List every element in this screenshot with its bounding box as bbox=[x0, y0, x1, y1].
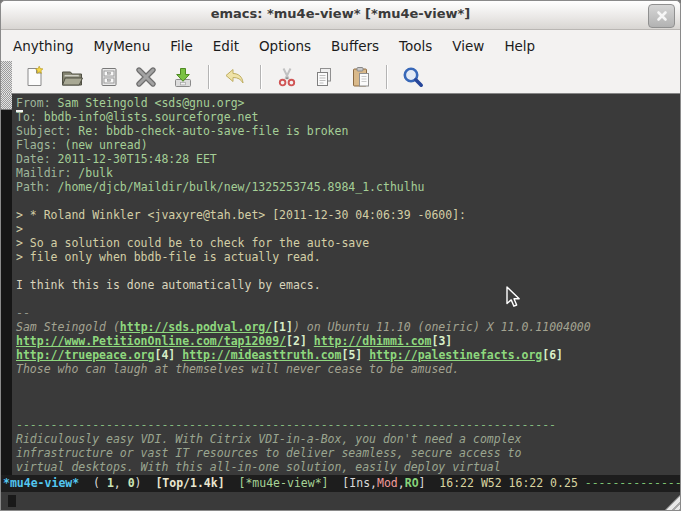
save-as-button[interactable] bbox=[171, 65, 195, 89]
close-icon bbox=[656, 10, 668, 22]
text-segment: virtual desktops. With this all-in-one s… bbox=[16, 460, 501, 474]
text-segment bbox=[307, 334, 314, 348]
text-segment: ----------------------------------------… bbox=[16, 418, 556, 432]
text-segment: , bbox=[114, 476, 128, 490]
text-segment: > bbox=[16, 222, 23, 236]
mouse-cursor bbox=[506, 286, 522, 308]
text-segment: Ridiculously easy VDI. With Citrix VDI-i… bbox=[16, 432, 521, 446]
menu-item-file[interactable]: File bbox=[160, 34, 203, 58]
text-segment: *mu4e-view* bbox=[3, 476, 79, 490]
text-segment: -- bbox=[16, 306, 30, 320]
text-segment: Those who can laugh at themselves will n… bbox=[16, 362, 459, 376]
text-segment: rom: bbox=[23, 96, 58, 110]
mode-line[interactable]: *mu4e-view* ( 1, 0) [Top/1.4k] [*mu4e-vi… bbox=[1, 475, 680, 492]
paste-button[interactable] bbox=[349, 65, 373, 89]
search-button[interactable] bbox=[401, 65, 425, 89]
resize-grip[interactable] bbox=[665, 495, 680, 510]
url-link[interactable]: http://mideasttruth.com bbox=[182, 348, 341, 362]
buffer-line bbox=[16, 292, 680, 306]
buffer-line: Maildir: /bulk bbox=[16, 166, 680, 180]
text-segment: 0 bbox=[128, 476, 135, 490]
url-link[interactable]: http://palestinefacts.org bbox=[369, 348, 542, 362]
paste-icon bbox=[349, 65, 373, 89]
menu-item-mymenu[interactable]: MyMenu bbox=[84, 34, 161, 58]
text-segment: [Top/1.4k] bbox=[155, 476, 224, 490]
scrollbar[interactable] bbox=[1, 94, 12, 475]
url-link[interactable]: http://sds.podval.org/ bbox=[120, 320, 272, 334]
title-bar[interactable]: emacs: *mu4e-view* [*mu4e-view*] bbox=[1, 1, 680, 30]
text-segment: Flags: bbox=[16, 138, 64, 152]
text-segment: (new unread) bbox=[64, 138, 147, 152]
text-segment: [1] bbox=[272, 320, 293, 334]
menu-item-help[interactable]: Help bbox=[494, 34, 545, 58]
text-segment: Re: bbdb-check-auto-save-file is broken bbox=[78, 124, 348, 138]
text-segment: To: bbox=[16, 110, 44, 124]
text-segment: [6] bbox=[542, 348, 563, 362]
buffer-line: Those who can laugh at themselves will n… bbox=[16, 362, 680, 376]
text-segment: 16:22 W52 16:22 0.25 bbox=[426, 476, 585, 490]
text-segment: Date: bbox=[16, 152, 58, 166]
buffer-line: > bbox=[16, 222, 680, 236]
buffer-line: http://truepeace.org[4] http://mideasttr… bbox=[16, 348, 680, 362]
buffer-line bbox=[16, 376, 680, 390]
undo-button[interactable] bbox=[223, 65, 247, 89]
text-segment: [4] bbox=[154, 348, 175, 362]
search-icon bbox=[401, 65, 425, 89]
save-icon bbox=[97, 65, 121, 89]
buffer-line: Ridiculously easy VDI. With Citrix VDI-i… bbox=[16, 432, 680, 446]
buffer-line bbox=[16, 390, 680, 404]
text-segment: Maildir: bbox=[16, 166, 78, 180]
text-segment: [5] bbox=[341, 348, 362, 362]
url-link[interactable]: http://dhimmi.com bbox=[314, 334, 432, 348]
text-segment: infrastructure or vast IT resources to d… bbox=[16, 446, 521, 460]
scrollbar-thumb[interactable] bbox=[1, 94, 12, 110]
window-title: emacs: *mu4e-view* [*mu4e-view*] bbox=[1, 6, 680, 21]
buffer-line: > file only when bbdb-file is actually r… bbox=[16, 250, 680, 264]
undo-icon bbox=[223, 65, 247, 89]
text-segment: 1 bbox=[107, 476, 114, 490]
new-file-icon bbox=[23, 65, 47, 89]
text-segment: ] bbox=[419, 476, 426, 490]
text-window[interactable]: From: Sam Steingold <sds@gnu.org>To: bbd… bbox=[1, 94, 680, 475]
buffer-line: To: bbdb-info@lists.sourceforge.net bbox=[16, 110, 680, 124]
text-segment: [3] bbox=[431, 334, 452, 348]
text-segment: > * Roland Winkler <jvaxyre@tah.bet> [20… bbox=[16, 208, 466, 222]
open-folder-button[interactable] bbox=[60, 65, 84, 89]
cut-button[interactable] bbox=[275, 65, 299, 89]
text-segment: [Ins, bbox=[329, 476, 377, 490]
copy-icon bbox=[312, 65, 336, 89]
menu-item-tools[interactable]: Tools bbox=[389, 34, 442, 58]
buffer-line: I think this is done automatically by em… bbox=[16, 278, 680, 292]
toolbar-separator bbox=[260, 65, 262, 89]
text-segment: Path: bbox=[16, 180, 58, 194]
buffer-line: desktops for less than the cost of PCs a… bbox=[16, 474, 680, 475]
menu-item-anything[interactable]: Anything bbox=[3, 34, 84, 58]
save-button[interactable] bbox=[97, 65, 121, 89]
buffer-text: From: Sam Steingold <sds@gnu.org>To: bbd… bbox=[16, 96, 680, 475]
buffer-line: virtual desktops. With this all-in-one s… bbox=[16, 460, 680, 474]
buffer-line: Subject: Re: bbdb-check-auto-save-file i… bbox=[16, 124, 680, 138]
text-segment bbox=[225, 476, 239, 490]
minibuffer-cursor bbox=[8, 495, 16, 507]
text-segment: ) on Ubuntu 11.10 (oneiric) X 11.0.11004… bbox=[293, 320, 591, 334]
text-segment: [2] bbox=[286, 334, 307, 348]
close-buffer-button[interactable] bbox=[134, 65, 158, 89]
menu-item-buffers[interactable]: Buffers bbox=[321, 34, 389, 58]
cut-icon bbox=[275, 65, 299, 89]
menu-item-options[interactable]: Options bbox=[249, 34, 321, 58]
buffer-line: Flags: (new unread) bbox=[16, 138, 680, 152]
close-button[interactable] bbox=[648, 4, 675, 28]
text-segment: /home/djcb/Maildir/bulk/new/1325253745.8… bbox=[58, 180, 425, 194]
url-link[interactable]: http://truepeace.org bbox=[16, 348, 154, 362]
text-segment: RO bbox=[405, 476, 419, 490]
text-segment: > file only when bbdb-file is actually r… bbox=[16, 250, 321, 264]
text-segment: > So a solution could be to check for th… bbox=[16, 236, 369, 250]
menu-item-edit[interactable]: Edit bbox=[203, 34, 249, 58]
echo-area[interactable] bbox=[1, 492, 680, 510]
text-segment: Sam Steingold ( bbox=[16, 320, 120, 334]
url-link[interactable]: http://www.PetitionOnline.com/tap12009/ bbox=[16, 334, 286, 348]
new-file-button[interactable] bbox=[23, 65, 47, 89]
toolbar-separator bbox=[208, 65, 210, 89]
menu-item-view[interactable]: View bbox=[442, 34, 494, 58]
copy-button[interactable] bbox=[312, 65, 336, 89]
